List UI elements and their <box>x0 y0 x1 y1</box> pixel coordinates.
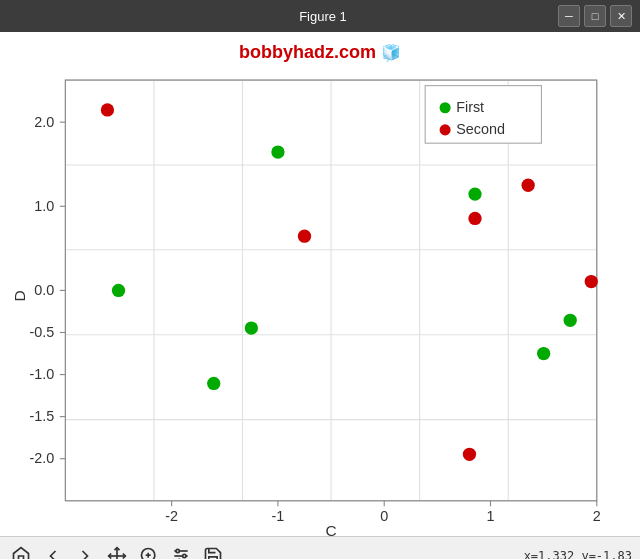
svg-text:-1.5: -1.5 <box>30 408 55 424</box>
zoom-button[interactable] <box>136 543 162 560</box>
restore-button[interactable]: □ <box>584 5 606 27</box>
green-point <box>112 284 125 297</box>
window-controls: ─ □ ✕ <box>558 5 632 27</box>
green-point <box>468 187 481 200</box>
settings-button[interactable] <box>168 543 194 560</box>
red-point <box>585 275 598 288</box>
green-point <box>245 321 258 334</box>
x-axis-label: C <box>325 522 336 536</box>
toolbar: x=1.332 y=-1.83 <box>0 536 640 559</box>
svg-text:-2.0: -2.0 <box>30 450 55 466</box>
green-point <box>207 377 220 390</box>
forward-button[interactable] <box>72 543 98 560</box>
close-button[interactable]: ✕ <box>610 5 632 27</box>
svg-point-51 <box>176 549 179 552</box>
svg-text:2: 2 <box>593 508 601 524</box>
minimize-button[interactable]: ─ <box>558 5 580 27</box>
svg-text:2.0: 2.0 <box>34 114 54 130</box>
title-bar: Figure 1 ─ □ ✕ <box>0 0 640 32</box>
svg-text:1: 1 <box>487 508 495 524</box>
green-point <box>564 314 577 327</box>
status-text: x=1.332 y=-1.83 <box>524 549 632 560</box>
svg-text:0: 0 <box>380 508 388 524</box>
svg-point-52 <box>183 554 186 557</box>
red-point <box>522 179 535 192</box>
svg-text:-0.5: -0.5 <box>30 324 55 340</box>
plot-container: -2 -1 0 1 2 C 2.0 <box>10 67 630 536</box>
home-button[interactable] <box>8 543 34 560</box>
svg-text:0.0: 0.0 <box>34 282 54 298</box>
toolbar-icons <box>8 543 226 560</box>
svg-text:-1: -1 <box>272 508 285 524</box>
svg-text:-1.0: -1.0 <box>30 366 55 382</box>
main-window: Figure 1 ─ □ ✕ bobbyhadz.com 🧊 <box>0 0 640 559</box>
red-point <box>468 212 481 225</box>
figure-header: bobbyhadz.com 🧊 <box>0 32 640 67</box>
window-title: Figure 1 <box>88 9 558 24</box>
save-button[interactable] <box>200 543 226 560</box>
red-point <box>101 103 114 116</box>
red-point <box>298 230 311 243</box>
red-point <box>463 448 476 461</box>
pan-button[interactable] <box>104 543 130 560</box>
svg-text:-2: -2 <box>165 508 178 524</box>
plot-svg: -2 -1 0 1 2 C 2.0 <box>10 67 630 536</box>
svg-text:Second: Second <box>456 121 505 137</box>
svg-point-40 <box>440 124 451 135</box>
back-button[interactable] <box>40 543 66 560</box>
svg-text:First: First <box>456 99 484 115</box>
figure-area: bobbyhadz.com 🧊 <box>0 32 640 559</box>
green-point <box>271 145 284 158</box>
svg-text:1.0: 1.0 <box>34 198 54 214</box>
y-axis-label: D <box>12 290 29 301</box>
green-point <box>537 347 550 360</box>
svg-point-38 <box>440 102 451 113</box>
